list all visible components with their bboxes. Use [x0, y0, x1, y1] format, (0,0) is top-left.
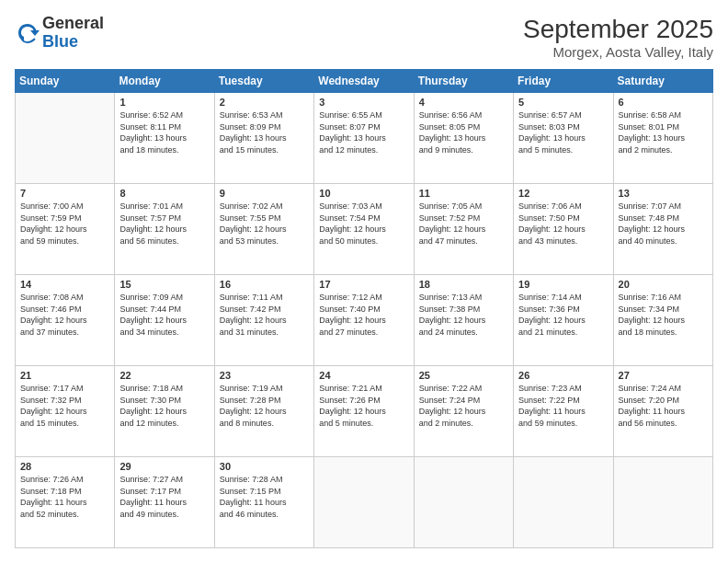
day-number: 11: [419, 188, 508, 199]
calendar-cell: 24Sunrise: 7:21 AM Sunset: 7:26 PM Dayli…: [314, 366, 414, 457]
calendar-cell: 10Sunrise: 7:03 AM Sunset: 7:54 PM Dayli…: [314, 184, 414, 275]
day-number: 4: [419, 97, 508, 108]
header-saturday: Saturday: [613, 70, 712, 93]
day-info: Sunrise: 6:52 AM Sunset: 8:11 PM Dayligh…: [119, 109, 209, 155]
day-number: 21: [20, 370, 109, 381]
day-info: Sunrise: 7:05 AM Sunset: 7:52 PM Dayligh…: [419, 201, 508, 247]
day-number: 19: [518, 279, 608, 290]
day-info: Sunrise: 7:28 AM Sunset: 7:15 PM Dayligh…: [220, 474, 309, 520]
day-number: 22: [119, 370, 209, 381]
header-monday: Monday: [115, 70, 214, 93]
logo-blue: Blue: [42, 32, 78, 51]
calendar-cell: [314, 457, 414, 548]
calendar-cell: 11Sunrise: 7:05 AM Sunset: 7:52 PM Dayli…: [414, 184, 513, 275]
day-info: Sunrise: 7:17 AM Sunset: 7:32 PM Dayligh…: [20, 383, 109, 429]
logo-general: General: [42, 14, 104, 32]
day-number: 7: [20, 188, 109, 199]
calendar-cell: [414, 457, 513, 548]
calendar: Sunday Monday Tuesday Wednesday Thursday…: [15, 69, 713, 548]
day-info: Sunrise: 7:03 AM Sunset: 7:54 PM Dayligh…: [319, 201, 408, 247]
day-info: Sunrise: 7:12 AM Sunset: 7:40 PM Dayligh…: [319, 292, 408, 338]
day-number: 5: [518, 97, 608, 108]
day-number: 25: [419, 370, 508, 381]
location: Morgex, Aosta Valley, Italy: [523, 44, 713, 60]
calendar-week-2: 7Sunrise: 7:00 AM Sunset: 7:59 PM Daylig…: [16, 184, 713, 275]
day-number: 8: [119, 188, 209, 199]
day-info: Sunrise: 7:19 AM Sunset: 7:28 PM Dayligh…: [220, 383, 309, 429]
day-number: 9: [220, 188, 309, 199]
calendar-week-5: 28Sunrise: 7:26 AM Sunset: 7:18 PM Dayli…: [16, 457, 713, 548]
calendar-week-3: 14Sunrise: 7:08 AM Sunset: 7:46 PM Dayli…: [16, 275, 713, 366]
calendar-cell: [613, 457, 712, 548]
day-number: 20: [619, 279, 708, 290]
calendar-cell: 27Sunrise: 7:24 AM Sunset: 7:20 PM Dayli…: [613, 366, 712, 457]
header-sunday: Sunday: [16, 70, 115, 93]
day-info: Sunrise: 7:09 AM Sunset: 7:44 PM Dayligh…: [119, 292, 209, 338]
calendar-cell: 23Sunrise: 7:19 AM Sunset: 7:28 PM Dayli…: [214, 366, 313, 457]
calendar-cell: 1Sunrise: 6:52 AM Sunset: 8:11 PM Daylig…: [115, 93, 214, 184]
calendar-cell: 3Sunrise: 6:55 AM Sunset: 8:07 PM Daylig…: [314, 93, 414, 184]
day-number: 15: [119, 279, 209, 290]
calendar-cell: 8Sunrise: 7:01 AM Sunset: 7:57 PM Daylig…: [115, 184, 214, 275]
day-info: Sunrise: 7:14 AM Sunset: 7:36 PM Dayligh…: [518, 292, 608, 338]
day-info: Sunrise: 7:16 AM Sunset: 7:34 PM Dayligh…: [619, 292, 708, 338]
calendar-cell: [514, 457, 613, 548]
day-info: Sunrise: 7:07 AM Sunset: 7:48 PM Dayligh…: [619, 201, 708, 247]
logo-icon: [15, 20, 40, 46]
day-number: 10: [319, 188, 408, 199]
day-number: 27: [619, 370, 708, 381]
logo-text: General Blue: [42, 15, 104, 52]
day-number: 13: [619, 188, 708, 199]
calendar-cell: 19Sunrise: 7:14 AM Sunset: 7:36 PM Dayli…: [514, 275, 613, 366]
calendar-cell: 13Sunrise: 7:07 AM Sunset: 7:48 PM Dayli…: [613, 184, 712, 275]
header-thursday: Thursday: [414, 70, 513, 93]
calendar-cell: 29Sunrise: 7:27 AM Sunset: 7:17 PM Dayli…: [115, 457, 214, 548]
day-info: Sunrise: 7:21 AM Sunset: 7:26 PM Dayligh…: [319, 383, 408, 429]
day-info: Sunrise: 6:58 AM Sunset: 8:01 PM Dayligh…: [619, 109, 708, 155]
day-info: Sunrise: 7:06 AM Sunset: 7:50 PM Dayligh…: [518, 201, 608, 247]
day-info: Sunrise: 6:56 AM Sunset: 8:05 PM Dayligh…: [419, 109, 508, 155]
calendar-week-4: 21Sunrise: 7:17 AM Sunset: 7:32 PM Dayli…: [16, 366, 713, 457]
day-number: 26: [518, 370, 608, 381]
calendar-cell: 7Sunrise: 7:00 AM Sunset: 7:59 PM Daylig…: [16, 184, 115, 275]
day-number: 24: [319, 370, 408, 381]
day-info: Sunrise: 7:27 AM Sunset: 7:17 PM Dayligh…: [119, 474, 209, 520]
day-number: 28: [20, 461, 109, 472]
header-friday: Friday: [514, 70, 613, 93]
month-title: September 2025: [523, 15, 713, 44]
day-number: 17: [319, 279, 408, 290]
day-info: Sunrise: 6:53 AM Sunset: 8:09 PM Dayligh…: [220, 109, 309, 155]
logo: General Blue: [15, 15, 104, 52]
day-number: 3: [319, 97, 408, 108]
day-info: Sunrise: 7:24 AM Sunset: 7:20 PM Dayligh…: [619, 383, 708, 429]
day-number: 12: [518, 188, 608, 199]
day-number: 30: [220, 461, 309, 472]
calendar-cell: 9Sunrise: 7:02 AM Sunset: 7:55 PM Daylig…: [214, 184, 313, 275]
day-info: Sunrise: 7:08 AM Sunset: 7:46 PM Dayligh…: [20, 292, 109, 338]
day-number: 6: [619, 97, 708, 108]
day-number: 2: [220, 97, 309, 108]
day-info: Sunrise: 7:26 AM Sunset: 7:18 PM Dayligh…: [20, 474, 109, 520]
day-number: 16: [220, 279, 309, 290]
calendar-cell: 18Sunrise: 7:13 AM Sunset: 7:38 PM Dayli…: [414, 275, 513, 366]
day-number: 1: [119, 97, 209, 108]
header-tuesday: Tuesday: [214, 70, 313, 93]
calendar-cell: 2Sunrise: 6:53 AM Sunset: 8:09 PM Daylig…: [214, 93, 313, 184]
day-info: Sunrise: 7:11 AM Sunset: 7:42 PM Dayligh…: [220, 292, 309, 338]
day-info: Sunrise: 7:02 AM Sunset: 7:55 PM Dayligh…: [220, 201, 309, 247]
calendar-cell: 25Sunrise: 7:22 AM Sunset: 7:24 PM Dayli…: [414, 366, 513, 457]
weekday-header-row: Sunday Monday Tuesday Wednesday Thursday…: [16, 70, 713, 93]
day-number: 29: [119, 461, 209, 472]
day-number: 23: [220, 370, 309, 381]
day-info: Sunrise: 7:01 AM Sunset: 7:57 PM Dayligh…: [119, 201, 209, 247]
calendar-cell: 6Sunrise: 6:58 AM Sunset: 8:01 PM Daylig…: [613, 93, 712, 184]
calendar-cell: 17Sunrise: 7:12 AM Sunset: 7:40 PM Dayli…: [314, 275, 414, 366]
day-info: Sunrise: 7:23 AM Sunset: 7:22 PM Dayligh…: [518, 383, 608, 429]
calendar-cell: 30Sunrise: 7:28 AM Sunset: 7:15 PM Dayli…: [214, 457, 313, 548]
calendar-cell: 20Sunrise: 7:16 AM Sunset: 7:34 PM Dayli…: [613, 275, 712, 366]
day-info: Sunrise: 7:22 AM Sunset: 7:24 PM Dayligh…: [419, 383, 508, 429]
day-number: 18: [419, 279, 508, 290]
calendar-cell: 16Sunrise: 7:11 AM Sunset: 7:42 PM Dayli…: [214, 275, 313, 366]
calendar-cell: 14Sunrise: 7:08 AM Sunset: 7:46 PM Dayli…: [16, 275, 115, 366]
day-info: Sunrise: 6:55 AM Sunset: 8:07 PM Dayligh…: [319, 109, 408, 155]
